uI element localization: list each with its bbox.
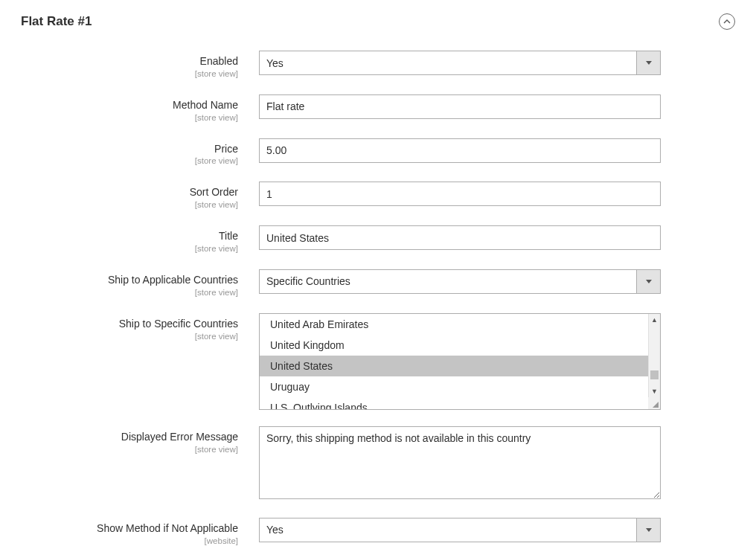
multiselect-option[interactable]: United Kingdom: [260, 335, 648, 356]
row-method-name: Method Name [store view]: [21, 94, 735, 122]
collapse-toggle-button[interactable]: [719, 13, 735, 30]
row-error-message: Displayed Error Message [store view]: [21, 426, 735, 501]
row-show-if-na: Show Method if Not Applicable [website] …: [21, 518, 735, 545]
price-input[interactable]: [259, 138, 661, 163]
ship-specific-multiselect[interactable]: United Arab EmiratesUnited KingdomUnited…: [259, 313, 661, 410]
label-text: Price: [21, 143, 238, 155]
method-name-input[interactable]: [259, 94, 661, 119]
scope-text: [store view]: [21, 113, 238, 122]
section-header: Flat Rate #1: [21, 13, 735, 30]
label-ship-applicable: Ship to Applicable Countries [store view…: [21, 269, 259, 297]
select-value: Specific Countries: [259, 269, 636, 294]
label-text: Ship to Specific Countries: [21, 318, 238, 330]
label-show-if-na: Show Method if Not Applicable [website]: [21, 518, 259, 545]
sort-order-input[interactable]: [259, 182, 661, 206]
label-text: Displayed Error Message: [21, 431, 238, 443]
scope-text: [store view]: [21, 69, 238, 78]
row-enabled: Enabled [store view] Yes: [21, 51, 735, 78]
label-ship-specific: Ship to Specific Countries [store view]: [21, 313, 259, 341]
label-sort-order: Sort Order [store view]: [21, 182, 259, 209]
multiselect-scrollbar[interactable]: ▲ ▼: [648, 314, 660, 409]
error-message-textarea[interactable]: [259, 426, 661, 499]
scroll-thumb[interactable]: [650, 370, 659, 379]
multiselect-option[interactable]: U.S. Outlying Islands: [260, 397, 648, 409]
resize-handle-icon[interactable]: [648, 397, 660, 409]
scope-text: [store view]: [21, 445, 238, 454]
select-value: Yes: [259, 51, 636, 75]
scope-text: [website]: [21, 536, 238, 545]
dropdown-arrow-icon: [636, 51, 661, 75]
label-error-message: Displayed Error Message [store view]: [21, 426, 259, 454]
label-text: Sort Order: [21, 186, 238, 199]
ship-applicable-select[interactable]: Specific Countries: [259, 269, 661, 294]
row-price: Price [store view]: [21, 138, 735, 166]
scroll-up-icon[interactable]: ▲: [649, 314, 660, 326]
chevron-up-icon: [723, 19, 731, 24]
label-title: Title [store view]: [21, 225, 259, 253]
show-if-na-select[interactable]: Yes: [259, 518, 661, 542]
scope-text: [store view]: [21, 332, 238, 341]
multiselect-option[interactable]: United Arab Emirates: [260, 314, 648, 335]
label-text: Method Name: [21, 99, 238, 112]
scope-text: [store view]: [21, 200, 238, 209]
label-enabled: Enabled [store view]: [21, 51, 259, 78]
scope-text: [store view]: [21, 288, 238, 297]
dropdown-arrow-icon: [636, 518, 661, 542]
row-sort-order: Sort Order [store view]: [21, 182, 735, 209]
scope-text: [store view]: [21, 156, 238, 165]
multiselect-option[interactable]: Uruguay: [260, 376, 648, 397]
scope-text: [store view]: [21, 244, 238, 253]
label-method-name: Method Name [store view]: [21, 94, 259, 122]
title-input[interactable]: [259, 225, 661, 250]
label-text: Enabled: [21, 55, 238, 68]
row-ship-applicable: Ship to Applicable Countries [store view…: [21, 269, 735, 297]
flat-rate-section: Flat Rate #1 Enabled [store view] Yes Me…: [0, 0, 756, 549]
label-price: Price [store view]: [21, 138, 259, 166]
row-title: Title [store view]: [21, 225, 735, 253]
label-text: Show Method if Not Applicable: [21, 522, 238, 535]
section-title: Flat Rate #1: [21, 14, 92, 29]
label-text: Title: [21, 230, 238, 243]
label-text: Ship to Applicable Countries: [21, 274, 238, 286]
scroll-down-icon[interactable]: ▼: [649, 385, 660, 397]
select-value: Yes: [259, 518, 636, 542]
dropdown-arrow-icon: [636, 269, 661, 294]
enabled-select[interactable]: Yes: [259, 51, 661, 75]
row-ship-specific: Ship to Specific Countries [store view] …: [21, 313, 735, 410]
multiselect-option[interactable]: United States: [260, 356, 648, 376]
